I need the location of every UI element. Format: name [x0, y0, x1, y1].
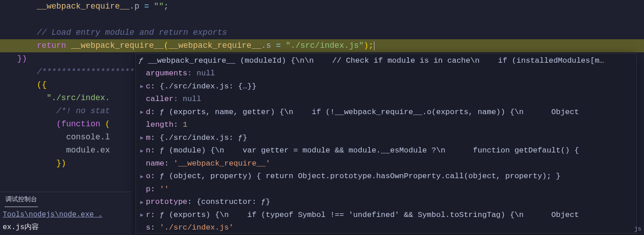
tooltip-property-expandable[interactable]: ▶m: {./src/index.js: ƒ} — [139, 132, 634, 145]
bottom-panel: 调试控制台 Tools\nodejs\node.exe . ex.js内容 — [0, 192, 131, 235]
tooltip-property[interactable]: s: './src/index.js' — [139, 222, 634, 234]
tooltip-property-expandable[interactable]: ▶n: ƒ (module) {\n var getter = module &… — [139, 145, 634, 158]
status-language[interactable]: js — [634, 225, 641, 234]
tooltip-property-expandable[interactable]: ▶r: ƒ (exports) {\n if (typeof Symbol !=… — [139, 209, 634, 222]
chevron-right-icon[interactable]: ▶ — [139, 82, 145, 91]
tooltip-property[interactable]: name: '__webpack_require__' — [139, 157, 634, 170]
debug-hover-tooltip[interactable]: ƒ __webpack_require__ (moduleId) {\n\n /… — [135, 53, 637, 234]
tooltip-property-expandable[interactable]: ▶d: ƒ (exports, name, getter) {\n if (!_… — [139, 106, 634, 119]
chevron-right-icon[interactable]: ▶ — [139, 147, 145, 156]
code-line-active: return __webpack_require__(__webpack_req… — [0, 39, 644, 52]
tab-debug-console[interactable]: 调试控制台 — [5, 193, 38, 207]
chevron-right-icon[interactable]: ▶ — [139, 108, 145, 117]
code-line: __webpack_require__.p = ""; — [0, 0, 644, 13]
code-line-comment: // Load entry module and return exports — [0, 26, 644, 39]
node-path-link[interactable]: Tools\nodejs\node.exe . — [3, 211, 103, 219]
tooltip-property-expandable[interactable]: ▶c: {./src/index.js: {…}} — [139, 80, 634, 93]
tooltip-property-expandable[interactable]: ▶prototype: {constructor: ƒ} — [139, 196, 634, 209]
console-output-line: ex.js内容 — [0, 222, 131, 234]
chevron-right-icon[interactable]: ▶ — [139, 198, 145, 207]
text-cursor — [374, 41, 374, 51]
tooltip-property[interactable]: length: 1 — [139, 119, 634, 132]
code-line-empty — [0, 13, 644, 26]
tooltip-property-expandable[interactable]: ▶o: ƒ (object, property) { return Object… — [139, 170, 634, 184]
chevron-right-icon[interactable]: ▶ — [139, 172, 145, 181]
chevron-right-icon[interactable]: ▶ — [139, 211, 145, 220]
chevron-right-icon[interactable]: ▶ — [139, 134, 145, 143]
tooltip-header: ƒ __webpack_require__ (moduleId) {\n\n /… — [139, 55, 634, 68]
tooltip-property[interactable]: caller: null — [139, 93, 634, 106]
console-output-line: Tools\nodejs\node.exe . — [0, 207, 131, 222]
panel-tab-bar[interactable]: 调试控制台 — [0, 192, 131, 207]
tooltip-property[interactable]: arguments: null — [139, 68, 634, 81]
tooltip-property[interactable]: p: '' — [139, 183, 634, 196]
